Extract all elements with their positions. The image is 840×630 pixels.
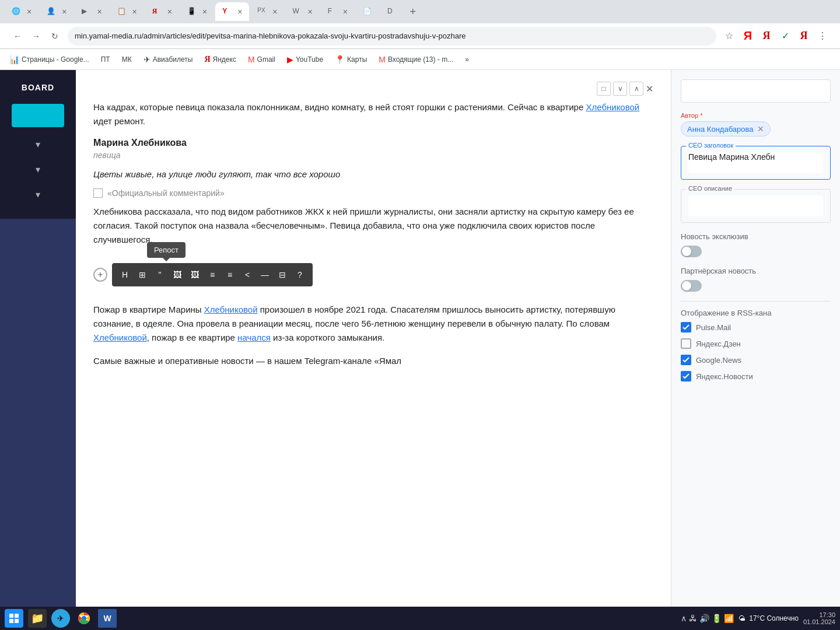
taskbar-files-icon[interactable]: 📁 (28, 609, 47, 628)
tab-7-close[interactable]: × (237, 7, 242, 16)
bookmark-yandex[interactable]: Я Яндекс (200, 52, 240, 66)
sidebar-chevron-1[interactable]: ▾ (0, 132, 76, 157)
seo-desc-input[interactable] (688, 195, 823, 216)
tab-4[interactable]: 📋 × (110, 2, 144, 21)
rss-yandexnews-checkbox[interactable] (681, 371, 691, 382)
tab-7-icon: Y (222, 7, 232, 16)
seo-title-input[interactable]: Певица Марина Хлебн (688, 152, 823, 173)
add-block-button[interactable]: + (93, 268, 107, 282)
rss-googlenews-checkbox[interactable] (681, 355, 691, 365)
tab-6-close[interactable]: × (202, 7, 207, 16)
tab-3-close[interactable]: × (97, 7, 102, 16)
rss-dzen-checkbox[interactable] (681, 338, 691, 349)
tab-6-icon: 📱 (187, 7, 197, 16)
toolbar-list-ul[interactable]: ≡ (204, 267, 220, 283)
tab-10-close[interactable]: × (343, 7, 348, 16)
rss-yandexnews-row: Яндекс.Новости (681, 371, 831, 382)
bookmark-avia[interactable]: ✈ Авиабилеты (139, 52, 198, 66)
tab-8-close[interactable]: × (272, 7, 277, 16)
tab-8-icon: PX (257, 7, 267, 16)
block-up-arrow[interactable]: ∧ (629, 82, 643, 96)
bookmark-star-icon[interactable]: ☆ (721, 28, 737, 44)
nachalas-link[interactable]: начался (237, 332, 271, 342)
bookmark-inbox[interactable]: M Входящие (13) - m... (374, 52, 458, 66)
sidebar-button[interactable] (12, 104, 64, 127)
yandex-bm-icon: Я (204, 55, 210, 64)
right-panel: Автор * Анна Кондабарова ✕ СЕО заголовок… (671, 70, 840, 607)
extensions-icon[interactable]: ⋮ (814, 28, 831, 44)
caret-up-icon[interactable]: ∧ (681, 614, 687, 623)
tab-8[interactable]: PX × (250, 2, 284, 21)
reload-button[interactable]: ↻ (47, 28, 63, 44)
tab-11[interactable]: 📄 (356, 2, 379, 21)
check-icon[interactable]: ✓ (777, 28, 793, 44)
toolbar-delete[interactable]: ⊟ (274, 267, 290, 283)
hlebnikova-link-2[interactable]: Хлебниковой (204, 304, 258, 314)
wifi-icon[interactable]: 📶 (724, 614, 734, 623)
partner-toggle-knob (682, 281, 691, 290)
toolbar-table[interactable]: ⊞ (134, 267, 150, 283)
block-down-arrow[interactable]: ∨ (613, 82, 627, 96)
taskbar-word-icon[interactable]: W (98, 609, 117, 628)
block-checkbox[interactable]: □ (597, 82, 611, 96)
bookmark-youtube[interactable]: ▶ YouTube (282, 52, 328, 66)
url-bar[interactable]: min.yamal-media.ru/admin/articles/edit/p… (68, 27, 716, 46)
toolbar-image-2[interactable]: 🖼 (187, 267, 203, 283)
tab-6[interactable]: 📱 × (180, 2, 214, 21)
bookmark-maps[interactable]: 📍 Карты (330, 52, 372, 66)
bookmarks-bar: 📊 Страницы - Google... ПТ МК ✈ Авиабилет… (0, 49, 840, 70)
taskbar-telegram-icon[interactable]: ✈ (51, 609, 70, 628)
tab-5-close[interactable]: × (167, 7, 172, 16)
speaker-icon[interactable]: 🔊 (699, 614, 709, 623)
chevron-down-icon-2: ▾ (36, 164, 40, 175)
toolbar-image-1[interactable]: 🖼 (169, 267, 186, 283)
official-comment-checkbox[interactable] (93, 188, 103, 198)
back-button[interactable]: ← (9, 28, 26, 44)
avia-icon: ✈ (144, 55, 150, 64)
yandex-icon-1[interactable]: Я (740, 28, 756, 44)
tab-10[interactable]: F × (321, 2, 355, 21)
toolbar-divider[interactable]: — (257, 267, 273, 283)
tab-1-close[interactable]: × (27, 7, 32, 16)
profile-icon[interactable]: Я (796, 28, 812, 44)
tab-7-active[interactable]: Y × (215, 2, 249, 21)
hlebnikova-link-1[interactable]: Хлебниковой (586, 102, 639, 112)
tab-9[interactable]: W × (286, 2, 320, 21)
battery-icon[interactable]: 🔋 (712, 614, 722, 623)
tab-3[interactable]: ▶ × (75, 2, 108, 21)
new-tab-button[interactable]: + (405, 4, 421, 20)
author-remove-icon[interactable]: ✕ (757, 124, 764, 134)
toolbar-embed[interactable]: < (239, 267, 256, 283)
content-area: □ ∨ ∧ ✕ На кадрах, которые певица показа… (76, 70, 671, 607)
bookmark-mk[interactable]: МК (117, 53, 136, 66)
partner-toggle[interactable] (681, 280, 702, 292)
tab-2-close[interactable]: × (62, 7, 66, 16)
rss-pulse-checkbox[interactable] (681, 322, 691, 332)
taskbar-chrome-icon[interactable] (75, 609, 93, 628)
block-close-icon[interactable]: ✕ (646, 83, 653, 94)
hlebnikova-link-3[interactable]: Хлебниковой (93, 332, 147, 342)
bookmark-more[interactable]: » (460, 53, 474, 66)
top-input-field[interactable] (681, 79, 831, 103)
toolbar-heading[interactable]: H (117, 267, 133, 283)
tab-9-close[interactable]: × (308, 7, 313, 16)
toolbar-quote[interactable]: " (152, 267, 168, 283)
forward-button[interactable]: → (28, 28, 44, 44)
bookmark-gmail[interactable]: M Gmail (243, 52, 280, 66)
tab-5[interactable]: Я × (145, 2, 179, 21)
tab-12[interactable]: D (380, 2, 404, 21)
sidebar-chevron-2[interactable]: ▾ (0, 157, 76, 182)
toolbar-help[interactable]: ? (292, 267, 308, 283)
sidebar-chevron-3[interactable]: ▾ (0, 182, 76, 207)
taskbar-windows-icon[interactable] (5, 609, 23, 628)
yandex-icon-2[interactable]: Я (758, 28, 775, 44)
bookmark-pages[interactable]: 📊 Страницы - Google... (5, 52, 94, 66)
system-tray-icons: ∧ 🖧 🔊 🔋 📶 (681, 614, 734, 623)
tab-1[interactable]: 🌐 × (5, 2, 38, 21)
tab-4-close[interactable]: × (132, 7, 137, 16)
tab-2[interactable]: 👤 × (40, 2, 74, 21)
network-icon[interactable]: 🖧 (689, 614, 697, 623)
toolbar-list-ol[interactable]: ≡ (222, 267, 238, 283)
bookmark-pt[interactable]: ПТ (96, 53, 115, 66)
exclusive-toggle[interactable] (681, 246, 702, 257)
